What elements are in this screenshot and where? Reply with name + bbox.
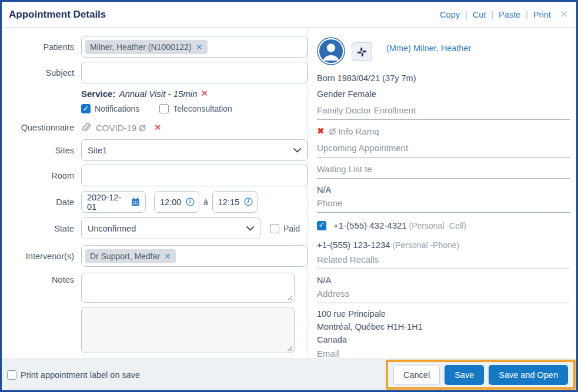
questionnaire-label: Questionnaire [2,123,74,132]
service-row: Service: Annual Visit - 15min ✕ [2,88,308,99]
clock-icon [186,197,195,206]
close-icon[interactable]: ✕ [560,8,568,21]
separator: | [526,10,528,19]
notes-row: Notes [2,273,308,353]
separator: | [465,10,467,19]
patient-avatar[interactable] [317,37,345,65]
notes-textarea[interactable] [81,273,295,303]
state-label: State [2,224,74,233]
merge-patient-button[interactable] [352,42,372,61]
phone-row: +1-(555) 123-1234 (Personal -Phone) [317,240,570,250]
save-and-open-button[interactable]: Save and Open [489,365,568,385]
sites-select[interactable]: Site1 [81,139,308,161]
teleconsultation-checkbox[interactable] [159,104,169,113]
intervenors-label: Intervenor(s) [2,252,74,261]
phone-number: +1-(555) 432-4321 [333,220,407,230]
patients-row: Patients Milner, Heather (N1000122) ✕ [2,36,308,58]
time-separator: à [203,197,208,207]
error-x-icon: ✖ [317,126,325,136]
paid-label: Paid [283,224,300,233]
clock-icon [244,197,253,206]
related-recalls-value: N/A [317,276,570,285]
copy-link[interactable]: Copy [440,10,460,19]
info-ramq-row: ✖ Ø Info Ramq [317,126,570,136]
print-label-option: Print appointment label on save [7,370,140,380]
start-time-input[interactable]: 12:00 [154,191,199,213]
notifications-label: Notifications [95,104,139,113]
notifications-checkbox[interactable] [81,104,91,113]
section-upcoming-appointment: Upcoming Appointment [317,143,570,158]
dialog-footer: Print appointment label on save Cancel S… [2,359,576,390]
appointment-form: Patients Milner, Heather (N1000122) ✕ Su… [2,28,308,359]
phone-number: +1-(555) 123-1234 [317,240,390,250]
intervenors-row: Intervenor(s) Dr Support, Medfar ✕ [2,245,308,267]
section-phone: Phone [317,198,570,213]
remove-patient-icon[interactable]: ✕ [196,42,203,52]
chevron-down-icon [293,148,301,153]
subject-label: Subject [2,68,74,78]
paid-checkbox[interactable] [270,224,279,233]
service-value: Annual Visit - 15min [119,89,197,99]
patient-name-link[interactable]: (Mme) Milner, Heather [386,43,471,53]
service-line: Service: Annual Visit - 15min ✕ [81,88,295,99]
room-row: Room [2,165,308,186]
patient-chip: Milner, Heather (N1000122) ✕ [85,40,208,54]
merge-icon [357,47,367,57]
section-family-doctor-enrollment: Family Doctor Enrollment [317,105,570,120]
remove-service-icon[interactable]: ✕ [201,88,209,99]
page-title: Appointment Details [9,9,106,21]
state-select[interactable]: Unconfirmed [81,217,260,239]
room-input[interactable] [81,165,308,186]
chevron-down-icon [246,226,254,231]
date-label: Date [2,197,74,207]
print-label-text: Print appointment label on save [21,370,140,380]
patient-born: Born 1983/04/21 (37y 7m) [317,73,570,83]
highlight-annotation: Cancel Save Save and Open [386,360,576,390]
paid-option: Paid [270,224,300,233]
info-ramq-text: Ø Info Ramq [329,126,379,136]
cut-link[interactable]: Cut [473,10,486,19]
phone-type: (Personal -Cell) [409,221,466,230]
print-label-checkbox[interactable] [7,370,16,380]
phone-type: (Personal -Phone) [393,240,460,250]
options-row: Notifications Teleconsultation [2,104,308,113]
dialog-header: Appointment Details Copy | Cut | Paste |… [2,2,576,28]
address-line: Canada [317,335,570,344]
cancel-button[interactable]: Cancel [393,365,440,385]
separator: | [491,10,493,19]
section-address: Address [317,289,570,303]
print-link[interactable]: Print [533,10,551,19]
paste-link[interactable]: Paste [499,10,520,19]
sites-label: Sites [2,146,74,155]
save-button[interactable]: Save [445,365,484,385]
appointment-details-dialog: Appointment Details Copy | Cut | Paste |… [0,0,578,392]
end-time-input[interactable]: 12:15 [212,191,258,213]
patient-gender: Gender Female [317,89,570,99]
intervenors-input[interactable]: Dr Support, Medfar ✕ [81,245,308,267]
secondary-notes-textarea[interactable] [81,307,295,353]
address-line: 100 rue Principale [317,309,570,319]
questionnaire-row: Questionnaire COVID-19 Ø ✕ [2,122,308,133]
section-email: Email [317,349,570,359]
remove-intervenor-icon[interactable]: ✕ [164,252,171,261]
phone-row: +1-(555) 432-4321 (Personal -Cell) [317,220,570,230]
patients-label: Patients [2,42,74,52]
notifications-option: Notifications [81,104,139,113]
phone-checkbox[interactable] [317,221,326,230]
service-label: Service: [81,89,115,99]
date-input[interactable]: 2020-12-01 [81,191,146,213]
sites-row: Sites Site1 [2,139,308,161]
subject-input[interactable] [81,62,308,83]
room-label: Room [2,171,74,180]
questionnaire-value: COVID-19 Ø [96,123,146,133]
intervenor-chip: Dr Support, Medfar ✕ [85,249,176,263]
section-related-recalls: Related Recalls [317,254,570,269]
address-line: Montréal, Québec H1H-1H1 [317,322,570,331]
section-waiting-list: Waiting List te [317,164,570,179]
teleconsultation-label: Teleconsultation [173,104,232,113]
waiting-list-value: N/A [317,185,570,195]
patients-input[interactable]: Milner, Heather (N1000122) ✕ [81,36,308,58]
remove-questionnaire-icon[interactable]: ✕ [154,122,162,133]
calendar-icon [131,197,140,206]
date-row: Date 2020-12-01 12:00 [2,191,308,213]
